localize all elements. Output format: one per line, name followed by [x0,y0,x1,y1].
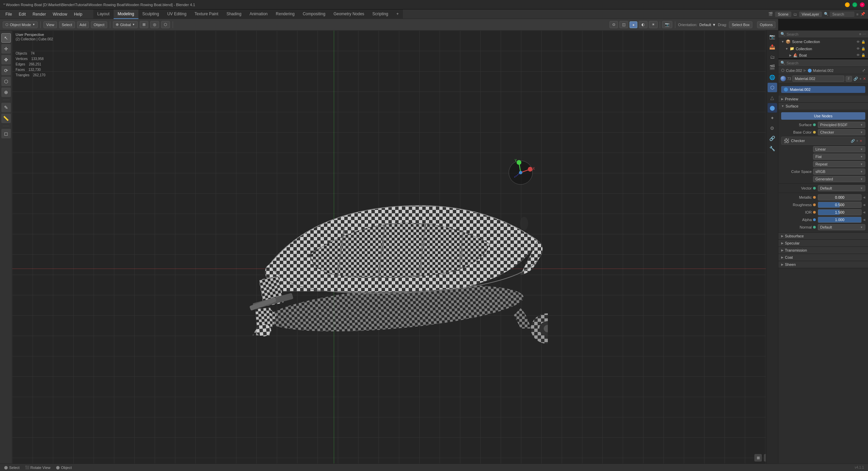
prop-constraints-icon[interactable]: 🔗 [768,134,777,143]
linear-dropdown[interactable]: Linear ▼ [813,146,865,152]
surface-header[interactable]: ▼ Surface [778,103,868,110]
maximize-button[interactable]: □ [852,2,857,7]
material-view-btn[interactable]: ◐ [639,21,648,28]
pin-icon[interactable]: 📌 [861,12,865,16]
mat-link-icon[interactable]: 🔗 [853,77,858,81]
generated-dropdown[interactable]: Generated ▼ [813,176,865,182]
menu-file[interactable]: File [3,11,15,18]
prop-search-input[interactable] [787,61,866,65]
breadcrumb-options[interactable]: ⤢ [862,68,865,73]
filter-scene-icon[interactable]: ≡ [859,32,861,36]
menu-render[interactable]: Render [30,11,49,18]
select-tool[interactable]: ↖ [1,33,11,43]
ior-reset[interactable]: ◀ [863,211,865,214]
checker-delete-icon[interactable]: ✕ [860,139,862,143]
alpha-input[interactable]: 1.000 [818,217,862,223]
tab-animation[interactable]: Animation [246,9,272,19]
scene-search-input[interactable] [787,32,858,36]
use-nodes-btn[interactable]: Use Nodes [781,112,865,120]
mat-delete-icon[interactable]: ✕ [863,77,866,81]
default-orientation[interactable]: Default ▼ [699,23,716,27]
sheen-header[interactable]: ▶ Sheen [778,261,868,268]
alpha-reset[interactable]: ◀ [863,218,865,221]
checker-link-icon[interactable]: 🔗 [851,139,855,143]
solid-view-btn[interactable]: ● [630,21,637,28]
prop-render-icon[interactable]: 📷 [768,32,777,41]
select-box-btn[interactable]: Select Box [729,21,752,28]
prop-object-icon[interactable]: ⬡ [768,83,777,92]
options-btn[interactable]: Options [757,21,775,28]
close-button[interactable]: × [860,2,865,7]
surface-dropdown[interactable]: Principled BSDF ▼ [818,122,865,128]
boat-item[interactable]: ▶ ⛵ Boat 👁 🔒 [778,52,868,58]
prop-particles-icon[interactable]: ✦ [768,113,777,123]
roughness-input[interactable]: 0.500 [818,202,862,208]
viewport-icon-1[interactable]: ⊞ [754,454,762,462]
prop-output-icon[interactable]: 📤 [768,42,777,52]
restrict-icon-boat[interactable]: 🔒 [861,53,865,57]
rotate-tool[interactable]: ⟳ [1,66,11,75]
metallic-reset[interactable]: ◀ [863,196,865,199]
global-transform[interactable]: ⊕ Global ▼ [113,21,138,28]
prop-scene-icon[interactable]: 🎬 [768,62,777,72]
normal-dropdown[interactable]: Default ▼ [818,224,865,230]
base-color-dropdown[interactable]: Checker ▼ [818,129,865,135]
add-tool[interactable]: ◻ [1,129,11,138]
prop-viewlayer-icon[interactable]: 🗂 [768,52,777,62]
tab-uv-editing[interactable]: UV Editing [163,9,191,19]
prop-mesh-icon[interactable]: △ [768,93,777,102]
cube-name[interactable]: Cube.002 [786,68,802,73]
viewport[interactable]: User Perspective (2) Collection | Cube.0… [12,31,778,464]
object-menu[interactable]: Object [91,21,107,28]
tab-rendering[interactable]: Rendering [272,9,298,19]
material-002-item[interactable]: Material.002 [781,86,865,93]
scene-name[interactable]: Scene [775,12,791,17]
scale-tool[interactable]: ⬡ [1,77,11,86]
color-space-dropdown[interactable]: sRGB ▼ [813,169,865,175]
prop-material-icon[interactable]: ⬤ [768,103,777,113]
prop-modifiers-icon[interactable]: 🔧 [768,144,777,153]
menu-edit[interactable]: Edit [16,11,28,18]
minimize-button[interactable]: − [845,2,850,7]
global-search-input[interactable]: Search [830,12,854,17]
eye-icon-boat[interactable]: 👁 [856,53,860,57]
prop-world-icon[interactable]: 🌐 [768,73,777,82]
tab-shading[interactable]: Shading [223,9,246,19]
render-view-btn[interactable]: ☀ [649,21,658,28]
tab-texture-paint[interactable]: Texture Paint [191,9,223,19]
transmission-header[interactable]: ▶ Transmission [778,247,868,254]
object-mode-selector[interactable]: ⬡ Object Mode ▼ [3,21,38,28]
vector-dropdown[interactable]: Default ▼ [818,185,865,191]
eye-icon-sc[interactable]: 👁 [856,40,860,44]
collection-item[interactable]: ▼ 📁 Collection 👁 🔒 [778,45,868,52]
transform-pivot[interactable]: ⬡ [161,21,170,28]
proportional-btn[interactable]: ◎ [150,21,159,28]
scene-collection-row[interactable]: ▼ 📦 Scene Collection 👁 🔒 [778,38,868,45]
transform-tool[interactable]: ⊕ [1,87,11,97]
restrict-icon-col[interactable]: 🔒 [861,47,865,51]
filter-icon[interactable]: ≡ [856,12,859,16]
xray-btn[interactable]: ◫ [619,21,628,28]
move-tool[interactable]: ✥ [1,55,11,64]
snap-btn[interactable]: ⊞ [140,21,148,28]
preview-header[interactable]: ▶ Preview [778,96,868,102]
cursor-tool[interactable]: ✛ [1,44,11,54]
flat-dropdown[interactable]: Flat ▼ [813,154,865,160]
tab-scripting[interactable]: Scripting [368,9,392,19]
measure-tool[interactable]: 📏 [1,114,11,123]
mat-fake-user[interactable]: F [846,76,852,82]
scene-options-icon[interactable]: ⋯ [863,32,866,36]
tab-modeling[interactable]: Modeling [114,9,138,19]
prop-physics-icon[interactable]: ⚙ [768,123,777,133]
eye-icon-col[interactable]: 👁 [856,47,860,51]
menu-window[interactable]: Window [50,11,70,18]
select-menu[interactable]: Select [59,21,75,28]
tab-geometry-nodes[interactable]: Geometry Nodes [329,9,368,19]
overlay-btn[interactable]: ⊙ [610,21,618,28]
tab-compositing[interactable]: Compositing [298,9,329,19]
menu-help[interactable]: Help [71,11,85,18]
specular-header[interactable]: ▶ Specular [778,240,868,247]
subsurface-header[interactable]: ▶ Subsurface [778,233,868,239]
view-menu[interactable]: View [43,21,57,28]
restrict-icon-sc[interactable]: 🔒 [861,40,865,44]
